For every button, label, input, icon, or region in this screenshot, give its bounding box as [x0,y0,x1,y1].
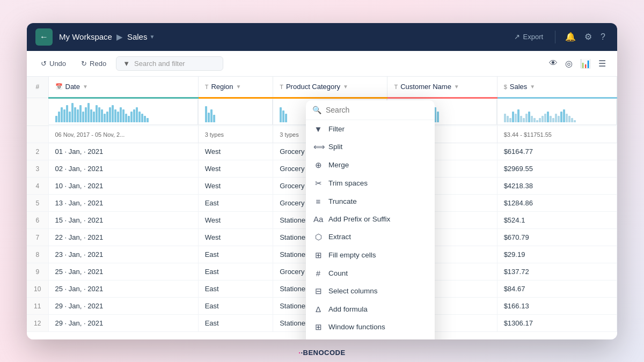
row-num: 10 [27,280,48,298]
menu-item-label: Window functions [328,323,385,331]
menu-item-count[interactable]: #Count [306,264,435,282]
menu-item-formula[interactable]: ΔAdd formula [306,300,435,318]
row-region: East [198,246,273,263]
app-window: ← My Workspace ▶ Sales ▼ ↗ Export 🔔 ⚙ ? … [27,23,617,339]
col-num-header: # [27,77,48,98]
menu-item-label: Add Prefix or Suffix [328,215,390,223]
menu-search-input[interactable] [326,106,428,114]
menu-item-icon: ⊟ [313,286,323,296]
toolbar: ↺ Undo ↻ Redo ▼ Search and filter 👁 ◎ 📊 … [27,51,617,77]
region-chart [199,99,273,125]
menu-items-container: ▼Filter⟺Split⊕Merge✂Trim spaces≡Truncate… [306,120,435,339]
row-region: West [198,178,273,195]
menu-item-icon: ⊞ [313,250,323,260]
row-sales: $84.67 [497,280,617,298]
col-customer-header[interactable]: T Customer Name ▼ [387,77,497,98]
row-date: 25 · Jan, · 2021 [48,280,198,298]
row-num: 9 [27,263,48,280]
redo-icon: ↻ [81,60,87,68]
menu-item-window[interactable]: ⊞Window functions [306,318,435,336]
menu-item-label: Count [328,269,348,277]
row-date: 29 · Jan, · 2021 [48,298,198,315]
export-icon: ↗ [514,33,520,41]
search-icon: 🔍 [312,106,321,114]
context-menu[interactable]: 🔍 ▼Filter⟺Split⊕Merge✂Trim spaces≡Trunca… [306,100,435,339]
current-file[interactable]: Sales ▼ [127,32,155,41]
col-product-header[interactable]: T Product Category ▼ [273,77,387,98]
menu-item-icon: ⊞ [313,322,323,332]
menu-item-filter[interactable]: ▼Filter [306,120,435,138]
menu-item-extract[interactable]: ⬡Extract [306,228,435,246]
date-chart [49,99,198,125]
row-num: 8 [27,246,48,263]
menu-item-label: Filter [328,125,345,133]
header: ← My Workspace ▶ Sales ▼ ↗ Export 🔔 ⚙ ? [27,23,617,51]
redo-button[interactable]: ↻ Redo [76,56,112,71]
export-button[interactable]: ↗ Export [509,29,549,44]
row-sales: $29.19 [497,246,617,263]
col-sales-header[interactable]: $ Sales ▼ [497,77,617,98]
menu-item-label: Truncate [328,197,357,205]
row-num: 2 [27,143,48,160]
menu-item-truncate[interactable]: ≡Truncate [306,193,435,210]
header-divider [555,31,555,43]
eye-icon-button[interactable]: 👁 [546,56,560,71]
undo-icon: ↺ [41,60,47,68]
row-sales: $1306.17 [497,315,617,332]
menu-item-merge[interactable]: ⊕Merge [306,156,435,174]
menu-item-fill[interactable]: ⊞Fill empty cells [306,246,435,264]
row-sales: $6164.77 [497,143,617,160]
menu-item-label: Merge [328,161,349,169]
menu-item-prefix[interactable]: AaAdd Prefix or Suffix [306,210,435,228]
row-sales: $2969.55 [497,160,617,178]
breadcrumb-separator: ▶ [116,32,123,42]
menu-item-icon: # [313,269,323,278]
menu-item-icon: Aa [313,215,323,224]
row-date: 15 · Jan, · 2021 [48,212,198,229]
menu-item-trim[interactable]: ✂Trim spaces [306,174,435,193]
col-date-header[interactable]: 📅 Date ▼ [48,77,198,98]
row-sales: $4218.38 [497,178,617,195]
row-date: 01 · Jan, · 2021 [48,143,198,160]
back-button[interactable]: ← [35,28,53,46]
row-sales: $137.72 [497,263,617,280]
row-region: East [198,195,273,212]
menu-item-label: Split [328,143,342,151]
menu-item-cluster[interactable]: ⊕Cluster and Merge [306,336,435,339]
search-filter[interactable]: ▼ Search and filter [116,56,223,71]
row-region: West [198,143,273,160]
region-sort-arrow: ▼ [236,84,241,90]
menu-search[interactable]: 🔍 [306,100,435,120]
target-icon-button[interactable]: ◎ [562,56,575,71]
menu-item-select-cols[interactable]: ⊟Select columns [306,282,435,300]
help-button[interactable]: ? [597,29,609,45]
workspace-label: My Workspace [59,32,112,41]
footer: ··BENOCODE [0,343,644,362]
row-region: West [198,160,273,178]
undo-button[interactable]: ↺ Undo [35,56,71,71]
row-region: West [198,212,273,229]
notification-button[interactable]: 🔔 [562,28,579,45]
row-region: East [198,298,273,315]
chart-icon-button[interactable]: 📊 [577,56,594,71]
settings-button[interactable]: ⚙ [581,28,595,45]
col-region-header[interactable]: T Region ▼ [198,77,273,98]
menu-item-icon: ⊕ [313,160,323,170]
row-num: 4 [27,178,48,195]
row-sales: $1284.86 [497,195,617,212]
row-num: 11 [27,298,48,315]
row-date: 13 · Jan, · 2021 [48,195,198,212]
menu-item-icon: ✂ [313,179,323,188]
menu-item-label: Fill empty cells [328,251,376,259]
menu-item-icon: Δ [313,305,323,314]
menu-item-label: Select columns [328,287,378,295]
menu-item-split[interactable]: ⟺Split [306,138,435,156]
row-num: 5 [27,195,48,212]
list-icon-button[interactable]: ☰ [596,56,609,71]
menu-item-icon: ⟺ [313,142,323,152]
row-region: West [198,229,273,246]
header-right: ↗ Export 🔔 ⚙ ? [509,28,609,45]
table-header-row: # 📅 Date ▼ T Region [27,77,617,98]
toolbar-right: 👁 ◎ 📊 ☰ [546,56,609,71]
footer-logo: ··BENOCODE [298,349,345,357]
